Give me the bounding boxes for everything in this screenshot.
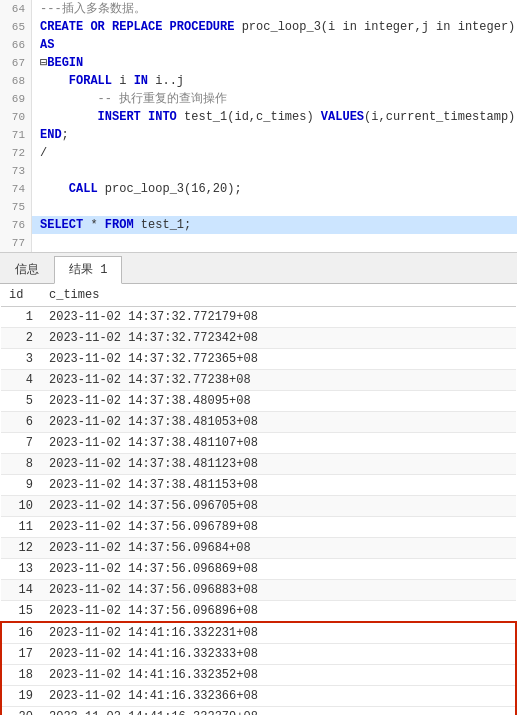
cell-id: 3 [1, 349, 41, 370]
cell-ctimes: 2023-11-02 14:37:56.096705+08 [41, 496, 516, 517]
table-row: 72023-11-02 14:37:38.481107+08 [1, 433, 516, 454]
cell-ctimes: 2023-11-02 14:37:38.481107+08 [41, 433, 516, 454]
code-line-64: 64 ---插入多条数据。 [0, 0, 517, 18]
line-content-66: AS [32, 36, 54, 54]
line-num-71: 71 [0, 126, 32, 144]
code-line-67: 67 ⊟BEGIN [0, 54, 517, 72]
table-row: 42023-11-02 14:37:32.77238+08 [1, 370, 516, 391]
cell-id: 16 [1, 622, 41, 644]
cell-id: 9 [1, 475, 41, 496]
line-content-71: END; [32, 126, 69, 144]
cell-ctimes: 2023-11-02 14:37:38.48095+08 [41, 391, 516, 412]
line-num-70: 70 [0, 108, 32, 126]
table-row: 192023-11-02 14:41:16.332366+08 [1, 686, 516, 707]
cell-ctimes: 2023-11-02 14:37:32.772365+08 [41, 349, 516, 370]
code-line-77: 77 [0, 234, 517, 252]
line-content-74: CALL proc_loop_3(16,20); [32, 180, 242, 198]
line-num-69: 69 [0, 90, 32, 108]
cell-id: 5 [1, 391, 41, 412]
line-num-73: 73 [0, 162, 32, 180]
cell-ctimes: 2023-11-02 14:41:16.332366+08 [41, 686, 516, 707]
cell-ctimes: 2023-11-02 14:41:16.332379+08 [41, 707, 516, 716]
code-line-65: 65 CREATE OR REPLACE PROCEDURE proc_loop… [0, 18, 517, 36]
line-content-64: ---插入多条数据。 [32, 0, 146, 18]
line-num-77: 77 [0, 234, 32, 252]
cell-ctimes: 2023-11-02 14:37:56.09684+08 [41, 538, 516, 559]
cell-id: 4 [1, 370, 41, 391]
cell-ctimes: 2023-11-02 14:37:32.772342+08 [41, 328, 516, 349]
cell-ctimes: 2023-11-02 14:41:16.332333+08 [41, 644, 516, 665]
cell-id: 18 [1, 665, 41, 686]
table-row: 142023-11-02 14:37:56.096883+08 [1, 580, 516, 601]
code-line-68: 68 FORALL i IN i..j [0, 72, 517, 90]
line-num-64: 64 [0, 0, 32, 18]
table-row: 112023-11-02 14:37:56.096789+08 [1, 517, 516, 538]
cell-id: 11 [1, 517, 41, 538]
line-num-67: 67 [0, 54, 32, 72]
cell-id: 8 [1, 454, 41, 475]
cell-ctimes: 2023-11-02 14:37:38.481153+08 [41, 475, 516, 496]
cell-id: 13 [1, 559, 41, 580]
table-row: 32023-11-02 14:37:32.772365+08 [1, 349, 516, 370]
col-header-ctimes: c_times [41, 284, 516, 307]
code-line-70: 70 INSERT INTO test_1(id,c_times) VALUES… [0, 108, 517, 126]
table-row: 122023-11-02 14:37:56.09684+08 [1, 538, 516, 559]
cell-ctimes: 2023-11-02 14:37:56.096869+08 [41, 559, 516, 580]
cell-id: 2 [1, 328, 41, 349]
table-row: 92023-11-02 14:37:38.481153+08 [1, 475, 516, 496]
code-line-74: 74 CALL proc_loop_3(16,20); [0, 180, 517, 198]
line-num-75: 75 [0, 198, 32, 216]
cell-ctimes: 2023-11-02 14:37:38.481053+08 [41, 412, 516, 433]
cell-ctimes: 2023-11-02 14:37:56.096789+08 [41, 517, 516, 538]
code-line-72: 72 / [0, 144, 517, 162]
code-editor[interactable]: 64 ---插入多条数据。 65 CREATE OR REPLACE PROCE… [0, 0, 517, 253]
line-content-70: INSERT INTO test_1(id,c_times) VALUES(i,… [32, 108, 517, 126]
results-area: id c_times 12023-11-02 14:37:32.772179+0… [0, 284, 517, 715]
line-content-68: FORALL i IN i..j [32, 72, 184, 90]
table-row: 62023-11-02 14:37:38.481053+08 [1, 412, 516, 433]
comment-text: ---插入多条数据。 [40, 2, 146, 16]
tab-info[interactable]: 信息 [0, 256, 54, 283]
col-header-id: id [1, 284, 41, 307]
code-line-75: 75 [0, 198, 517, 216]
table-row: 182023-11-02 14:41:16.332352+08 [1, 665, 516, 686]
cell-id: 14 [1, 580, 41, 601]
line-num-76: 76 [0, 216, 32, 234]
cell-id: 20 [1, 707, 41, 716]
line-num-74: 74 [0, 180, 32, 198]
table-row: 12023-11-02 14:37:32.772179+08 [1, 307, 516, 328]
table-row: 202023-11-02 14:41:16.332379+08 [1, 707, 516, 716]
code-line-69: 69 -- 执行重复的查询操作 [0, 90, 517, 108]
code-line-76: 76 SELECT * FROM test_1; [0, 216, 517, 234]
table-header-row: id c_times [1, 284, 516, 307]
cell-id: 10 [1, 496, 41, 517]
line-num-68: 68 [0, 72, 32, 90]
code-line-71: 71 END; [0, 126, 517, 144]
table-row: 82023-11-02 14:37:38.481123+08 [1, 454, 516, 475]
cell-ctimes: 2023-11-02 14:41:16.332352+08 [41, 665, 516, 686]
tab-result[interactable]: 结果 1 [54, 256, 122, 284]
table-row: 22023-11-02 14:37:32.772342+08 [1, 328, 516, 349]
cell-id: 1 [1, 307, 41, 328]
table-row: 102023-11-02 14:37:56.096705+08 [1, 496, 516, 517]
line-content-67: ⊟BEGIN [32, 54, 83, 72]
line-num-66: 66 [0, 36, 32, 54]
cell-ctimes: 2023-11-02 14:37:32.77238+08 [41, 370, 516, 391]
table-row: 152023-11-02 14:37:56.096896+08 [1, 601, 516, 623]
cell-ctimes: 2023-11-02 14:37:56.096883+08 [41, 580, 516, 601]
line-num-65: 65 [0, 18, 32, 36]
cell-ctimes: 2023-11-02 14:37:56.096896+08 [41, 601, 516, 623]
results-table: id c_times 12023-11-02 14:37:32.772179+0… [0, 284, 517, 715]
line-content-72: / [32, 144, 47, 162]
line-content-65: CREATE OR REPLACE PROCEDURE proc_loop_3(… [32, 18, 515, 36]
code-line-73: 73 [0, 162, 517, 180]
line-num-72: 72 [0, 144, 32, 162]
cell-ctimes: 2023-11-02 14:37:38.481123+08 [41, 454, 516, 475]
cell-ctimes: 2023-11-02 14:37:32.772179+08 [41, 307, 516, 328]
code-line-66: 66 AS [0, 36, 517, 54]
line-content-69: -- 执行重复的查询操作 [32, 90, 227, 108]
cell-id: 12 [1, 538, 41, 559]
cell-id: 6 [1, 412, 41, 433]
table-row: 162023-11-02 14:41:16.332231+08 [1, 622, 516, 644]
cell-id: 17 [1, 644, 41, 665]
